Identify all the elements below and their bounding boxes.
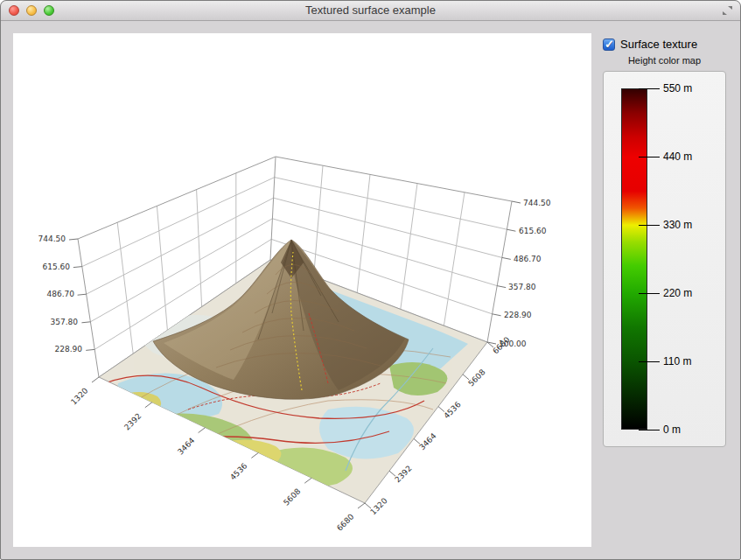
legend-tick-line [639, 157, 660, 158]
z-axis-tick-label: 486.70 [514, 255, 542, 263]
colormap-gradient [621, 88, 647, 430]
legend-tick-line [639, 361, 660, 362]
y-axis-tick-label: 5608 [466, 368, 486, 388]
legend-tick-label: 440 m [663, 150, 716, 163]
z-axis-tick-label: 744.50 [38, 234, 66, 243]
y-axis-tick-label: 2392 [393, 464, 413, 484]
colormap-title: Height color map [603, 55, 726, 66]
z-axis-tick-label: 744.50 [523, 199, 551, 207]
z-axis-tick-label: 615.60 [43, 262, 71, 271]
plot-canvas[interactable]: 744.50 615.60 486.70 357.80 228.90 744.5… [13, 33, 591, 547]
y-axis-tick-label: 1320 [368, 496, 388, 516]
legend-tick-line [639, 225, 660, 226]
surface-plot[interactable]: 744.50 615.60 486.70 357.80 228.90 744.5… [13, 33, 591, 547]
surface-texture-checkbox[interactable]: ✓ [603, 38, 615, 51]
legend-tick-label: 220 m [663, 287, 716, 299]
x-axis-tick-label: 6680 [335, 512, 355, 532]
legend-tick-line [639, 430, 660, 430]
app-window: Textured surface example [0, 0, 741, 560]
x-axis-tick-label: 3464 [176, 436, 196, 456]
y-axis-tick-label: 3464 [417, 431, 437, 452]
legend-tick-label: 550 m [663, 82, 716, 94]
z-axis-tick-label: 615.60 [519, 227, 547, 235]
z-axis-tick-label: 486.70 [47, 290, 75, 298]
z-axis-tick-label: 357.80 [508, 283, 536, 291]
x-axis-tick-label: 4536 [228, 461, 248, 481]
legend-tick-label: 110 m [663, 355, 716, 368]
y-axis-tick-label: 4536 [442, 400, 462, 420]
legend-tick-label: 0 m [663, 424, 716, 436]
legend-tick-label: 330 m [663, 219, 716, 231]
minimize-button[interactable] [26, 5, 37, 16]
z-axis-tick-label: 228.90 [55, 345, 83, 354]
surface-texture-row: ✓ Surface texture [603, 38, 697, 51]
zoom-button[interactable] [44, 5, 54, 16]
x-axis-tick-label: 5608 [282, 486, 302, 507]
traffic-lights [9, 5, 54, 16]
height-colormap-legend: 550 m 440 m 330 m 220 m 110 m 0 m [603, 71, 726, 447]
legend-tick-line [639, 88, 660, 89]
fullscreen-icon[interactable] [722, 5, 733, 16]
title-bar[interactable]: Textured surface example [1, 1, 740, 21]
x-axis-tick-label: 1320 [69, 386, 89, 406]
checkmark-icon: ✓ [605, 38, 614, 51]
surface-texture-label: Surface texture [620, 38, 697, 51]
close-button[interactable] [9, 5, 19, 16]
z-axis-tick-label: 357.80 [51, 318, 79, 326]
window-title: Textured surface example [1, 1, 740, 20]
z-axis-tick-label: 228.90 [504, 311, 532, 319]
x-axis-tick-label: 2392 [122, 411, 143, 431]
legend-tick-line [639, 293, 660, 294]
